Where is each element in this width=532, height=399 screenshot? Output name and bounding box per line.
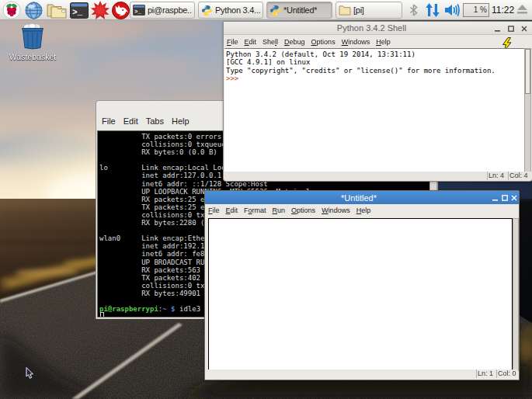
svg-text:>_: >_ bbox=[134, 9, 141, 15]
svg-text:>_: >_ bbox=[72, 8, 83, 17]
